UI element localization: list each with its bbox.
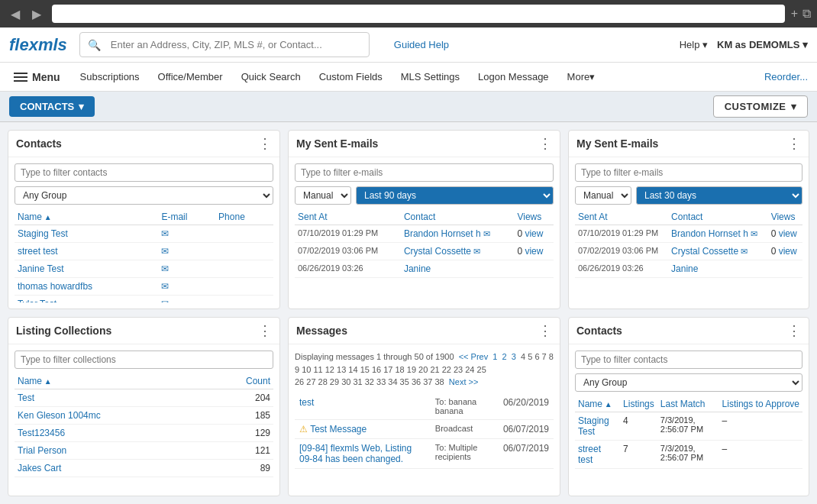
sent-contact-link[interactable]: Crystal Cossette: [404, 246, 471, 257]
collections-col-count[interactable]: Count: [207, 373, 273, 389]
sent-emails-left-period-select[interactable]: Last 90 days: [356, 186, 554, 205]
collections-widget-menu-icon[interactable]: ⋮: [258, 324, 272, 338]
view-link[interactable]: view: [779, 246, 797, 257]
messages-page-2[interactable]: 2: [502, 352, 507, 361]
collections-widget-title: Listing Collections: [16, 325, 111, 337]
sent-emails-left-filter[interactable]: [295, 163, 554, 182]
view-link[interactable]: view: [525, 246, 543, 257]
contacts-right-menu-icon[interactable]: ⋮: [787, 324, 801, 338]
guided-help-link[interactable]: Guided Help: [394, 39, 449, 50]
sent-emails-left-menu-icon[interactable]: ⋮: [538, 137, 552, 150]
message-subject-link[interactable]: Test Message: [310, 424, 367, 435]
contacts-group-select[interactable]: Any Group: [15, 186, 273, 205]
messages-table-area: test To: banana banana 06/20/2019 ⚠ Test…: [295, 393, 554, 490]
collection-name-link[interactable]: Jakes Cart: [18, 463, 61, 473]
contacts-right-col-last-match[interactable]: Last Match: [657, 396, 719, 412]
contact-name-link[interactable]: Tyler Test: [18, 299, 57, 302]
sent-emails-right-type-select[interactable]: Manual: [575, 186, 631, 205]
sent-emails-right-period-select[interactable]: Last 30 days: [636, 186, 802, 205]
sent-emails-left-type-select[interactable]: Manual: [295, 186, 351, 205]
view-link[interactable]: view: [525, 228, 543, 239]
help-button[interactable]: Help ▾: [680, 39, 708, 50]
message-subject-link[interactable]: [09-84] flexmls Web, Listing 09-84 has b…: [299, 443, 412, 464]
reorder-button[interactable]: Reorder...: [755, 71, 817, 82]
contact-name-link[interactable]: Staging Test: [18, 228, 68, 239]
sent-emails-left-col-views[interactable]: Views: [514, 209, 554, 225]
sent-emails-right-col-views[interactable]: Views: [768, 209, 802, 225]
collection-name-link[interactable]: Test: [18, 393, 34, 403]
contacts-col-phone[interactable]: Phone: [215, 209, 273, 225]
contacts-right-header: Contacts ⋮: [569, 318, 809, 344]
search-icon: 🔍: [88, 39, 101, 51]
contact-name-link[interactable]: Janine Test: [18, 263, 64, 274]
contacts-filter-input[interactable]: [15, 163, 273, 182]
url-bar[interactable]: [52, 5, 785, 23]
messages-info: Displaying messages 1 through 50 of 1900…: [295, 351, 554, 389]
contacts-right-group-select[interactable]: Any Group: [575, 373, 802, 392]
user-menu-button[interactable]: KM as DEMOMLS ▾: [717, 39, 808, 50]
contact-phone: [215, 296, 273, 303]
messages-next-link[interactable]: Next >>: [449, 377, 479, 386]
contacts-right-col-name[interactable]: Name: [575, 396, 620, 412]
nav-custom-fields[interactable]: Custom Fields: [310, 63, 392, 92]
contacts-right-col-listings[interactable]: Listings: [620, 396, 657, 412]
nav-office-member[interactable]: Office/Member: [149, 63, 232, 92]
collections-col-name[interactable]: Name: [15, 373, 207, 389]
customize-button[interactable]: CUSTOMIZE ▾: [713, 95, 808, 118]
messages-page-3[interactable]: 3: [512, 352, 516, 361]
message-subject: ⚠ Test Message: [295, 419, 431, 438]
message-subject: [09-84] flexmls Web, Listing 09-84 has b…: [295, 438, 431, 468]
messages-prev-link[interactable]: << Prev: [459, 352, 489, 361]
view-link[interactable]: view: [779, 228, 797, 239]
sent-emails-right-col-contact[interactable]: Contact: [668, 209, 768, 225]
back-button[interactable]: ◀: [6, 5, 24, 23]
collection-name-link[interactable]: Trial Person: [18, 445, 66, 456]
sent-emails-right-col-sent[interactable]: Sent At: [575, 209, 668, 225]
sent-contact-link[interactable]: Janine: [671, 263, 698, 274]
nav-mls-settings[interactable]: MLS Settings: [392, 63, 469, 92]
nav-logon-message[interactable]: Logon Message: [469, 63, 558, 92]
nav-quick-search[interactable]: Quick Search: [232, 63, 310, 92]
new-tab-button[interactable]: +: [791, 7, 798, 21]
menu-button[interactable]: Menu: [3, 63, 71, 92]
contact-approve: –: [719, 441, 802, 469]
contacts-right-filter[interactable]: [575, 351, 802, 369]
contact-name-link[interactable]: thomas howardfbs: [18, 281, 92, 292]
sent-emails-right-menu-icon[interactable]: ⋮: [787, 137, 801, 150]
sent-emails-left-col-contact[interactable]: Contact: [401, 209, 515, 225]
sent-emails-right-filter[interactable]: [575, 163, 802, 182]
collection-count: 129: [207, 425, 273, 442]
customize-arrow-icon: ▾: [791, 101, 797, 112]
search-input[interactable]: [105, 36, 361, 53]
sent-emails-left-col-sent[interactable]: Sent At: [295, 209, 401, 225]
contacts-right-col-approve[interactable]: Listings to Approve: [719, 396, 802, 412]
forward-button[interactable]: ▶: [27, 5, 46, 23]
contact-name-link[interactable]: street test: [18, 246, 58, 257]
collections-widget: Listing Collections ⋮ Name Count Test 20…: [8, 317, 280, 496]
sent-contact-link[interactable]: Brandon Hornset h: [671, 228, 748, 239]
sent-contact-link[interactable]: Janine: [404, 263, 431, 274]
contacts-col-email[interactable]: E-mail: [158, 209, 215, 225]
sent-email-left-row: 07/02/2019 03:06 PM Crystal Cossette ✉ 0…: [295, 243, 554, 260]
contact-right-name-link[interactable]: Staging Test: [578, 415, 609, 437]
sent-at: 06/26/2019 03:26: [575, 260, 668, 278]
message-row: test To: banana banana 06/20/2019: [295, 393, 554, 420]
nav-subscriptions[interactable]: Subscriptions: [71, 63, 149, 92]
messages-page-1[interactable]: 1: [492, 352, 497, 361]
sent-contact-link[interactable]: Crystal Cossette: [671, 246, 738, 257]
messages-widget-menu-icon[interactable]: ⋮: [538, 324, 552, 338]
collection-name-link[interactable]: Ken Gleson 1004mc: [18, 410, 101, 421]
collections-filter-input[interactable]: [15, 351, 273, 369]
sent-emails-left-table-area: Sent At Contact Views 07/10/2019 01:29 P…: [295, 209, 554, 302]
sent-emails-right-widget: My Sent E-mails ⋮ Manual Last 30 days Se…: [568, 130, 809, 309]
contacts-col-name[interactable]: Name: [15, 209, 158, 225]
contacts-widget-menu-icon[interactable]: ⋮: [258, 137, 272, 150]
sent-contact-link[interactable]: Brandon Hornset h: [404, 228, 481, 239]
copy-tab-button[interactable]: ⧉: [802, 7, 811, 21]
contact-phone: [215, 260, 273, 278]
contact-right-name-link[interactable]: street test: [578, 444, 601, 465]
nav-more[interactable]: More ▾: [558, 63, 605, 92]
contacts-button[interactable]: CONTACTS ▾: [9, 96, 95, 117]
collection-name-link[interactable]: Test123456: [18, 428, 65, 438]
message-subject-link[interactable]: test: [299, 397, 314, 408]
